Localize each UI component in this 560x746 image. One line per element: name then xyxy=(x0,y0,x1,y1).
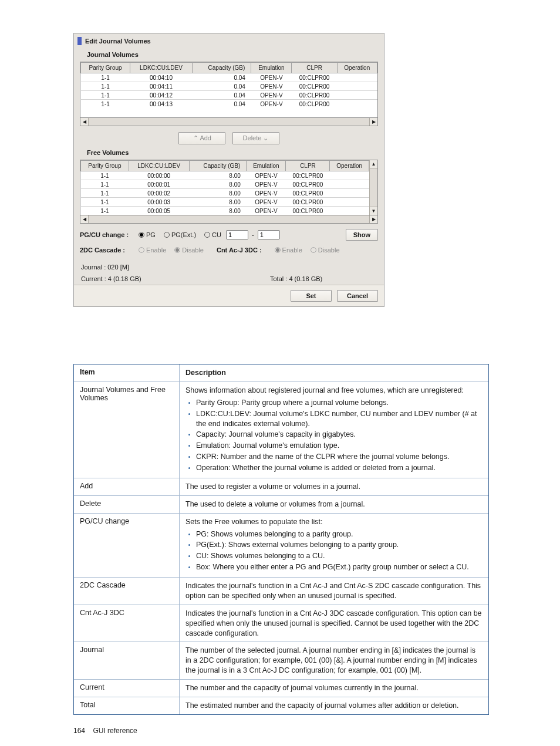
table-cell: OPEN-V xyxy=(247,171,286,180)
col-clpr[interactable]: CLPR xyxy=(286,161,330,171)
table-cell: OPEN-V xyxy=(251,82,292,91)
desc-item: Delete xyxy=(74,496,180,513)
radio-2dc-enable[interactable] xyxy=(139,247,144,253)
table-cell: 1-1 xyxy=(81,189,129,198)
scroll-track[interactable] xyxy=(89,215,369,223)
table-row[interactable]: 1-100:00:058.00OPEN-V00:CLPR00 xyxy=(81,207,369,215)
table-cell: OPEN-V xyxy=(251,91,292,100)
cascade-label: 2DC Cascade : xyxy=(80,247,139,254)
table-cell xyxy=(330,180,369,189)
radio-2dc-disable[interactable] xyxy=(174,247,180,253)
cnt-label: Cnt Ac-J 3DC : xyxy=(217,247,262,254)
scroll-left-icon[interactable]: ◀ xyxy=(80,215,89,223)
table-row[interactable]: 1-100:00:028.00OPEN-V00:CLPR00 xyxy=(81,189,369,198)
show-button[interactable]: Show xyxy=(346,229,378,241)
table-cell: 8.00 xyxy=(189,180,247,189)
table-cell: 8.00 xyxy=(189,189,247,198)
free-vscrollbar[interactable]: ▲ ▼ xyxy=(369,160,377,215)
desc-text: The used to register a volume or volumes… xyxy=(180,478,488,495)
free-volumes-title: Free Volumes xyxy=(74,147,384,160)
table-row[interactable]: 1-100:04:120.04OPEN-V00:CLPR00 xyxy=(81,91,377,100)
col-clpr[interactable]: CLPR xyxy=(292,63,337,73)
window-title: Edit Journal Volumes xyxy=(85,38,151,45)
pg-input-1[interactable] xyxy=(226,230,248,239)
col-capacity[interactable]: Capacity (GB) xyxy=(192,63,251,73)
table-row[interactable]: 1-100:00:018.00OPEN-V00:CLPR00 xyxy=(81,180,369,189)
desc-row: PG/CU changeSets the Free volumes to pop… xyxy=(74,513,488,577)
scroll-track[interactable] xyxy=(89,118,369,126)
disable-label-2: Disable xyxy=(318,247,340,254)
radio-pg[interactable] xyxy=(139,232,144,238)
scroll-vtrack[interactable] xyxy=(370,168,377,207)
table-row[interactable]: 1-100:00:038.00OPEN-V00:CLPR00 xyxy=(81,198,369,207)
chevron-down-icon: ⌄ xyxy=(261,134,268,141)
col-parity-group[interactable]: Parity Group xyxy=(81,161,129,171)
counts-row: Current : 4 (0.18 GB) Total : 4 (0.18 GB… xyxy=(74,273,384,285)
desc-bullet: Box: Where you either enter a PG and PG(… xyxy=(196,562,483,572)
col-operation[interactable]: Operation xyxy=(337,63,377,73)
col-ldkc[interactable]: LDKC:CU:LDEV xyxy=(129,161,189,171)
table-cell: 00:00:00 xyxy=(129,171,189,180)
desc-item: Current xyxy=(74,680,180,697)
table-cell: 8.00 xyxy=(189,207,247,215)
table-row[interactable]: 1-100:04:100.04OPEN-V00:CLPR00 xyxy=(81,73,377,82)
scroll-right-icon[interactable]: ▶ xyxy=(369,118,377,126)
desc-text: Shows information about registered journ… xyxy=(180,382,488,478)
table-cell: OPEN-V xyxy=(247,198,286,207)
add-button[interactable]: ⌃ Add xyxy=(178,132,225,144)
table-cell: 1-1 xyxy=(81,180,129,189)
table-row[interactable]: 1-100:00:008.00OPEN-V00:CLPR00 xyxy=(81,171,369,180)
table-row[interactable]: 1-100:04:130.04OPEN-V00:CLPR00 xyxy=(81,100,377,109)
delete-button[interactable]: Delete ⌄ xyxy=(232,132,279,144)
col-emulation[interactable]: Emulation xyxy=(247,161,286,171)
desc-bullet: Operation: Whether the journal volume is… xyxy=(196,463,483,473)
desc-item: Cnt Ac-J 3DC xyxy=(74,605,180,642)
scroll-up-icon[interactable]: ▲ xyxy=(370,160,377,168)
table-cell xyxy=(330,189,369,198)
free-volumes-grid[interactable]: Parity Group LDKC:CU:LDEV Capacity (GB) … xyxy=(80,160,378,215)
desc-header-row: Item Description xyxy=(74,364,488,382)
table-cell: 1-1 xyxy=(81,82,130,91)
table-cell xyxy=(337,82,377,91)
scroll-left-icon[interactable]: ◀ xyxy=(80,118,89,126)
radio-pgext[interactable] xyxy=(164,232,170,238)
set-button[interactable]: Set xyxy=(291,290,332,302)
desc-row: AddThe used to register a volume or volu… xyxy=(74,478,488,495)
add-delete-row: ⌃ Add Delete ⌄ xyxy=(74,126,384,147)
col-ldkc[interactable]: LDKC:CU:LDEV xyxy=(130,63,193,73)
table-cell: 00:CLPR00 xyxy=(286,180,330,189)
free-hscrollbar[interactable]: ◀ ▶ xyxy=(80,215,378,224)
desc-row: Cnt Ac-J 3DCIndicates the journal's func… xyxy=(74,605,488,642)
col-operation[interactable]: Operation xyxy=(330,161,369,171)
col-emulation[interactable]: Emulation xyxy=(251,63,292,73)
table-cell: 0.04 xyxy=(192,82,251,91)
col-capacity[interactable]: Capacity (GB) xyxy=(189,161,247,171)
desc-item: Total xyxy=(74,697,180,714)
table-cell xyxy=(337,73,377,82)
table-cell: OPEN-V xyxy=(251,73,292,82)
desc-text: Indicates the journal's function in a Cn… xyxy=(180,605,488,642)
journal-info: Journal : 020 [M] xyxy=(74,261,384,273)
table-cell: 1-1 xyxy=(81,73,130,82)
desc-row: JournalThe number of the selected journa… xyxy=(74,642,488,679)
table-row[interactable]: 1-100:04:110.04OPEN-V00:CLPR00 xyxy=(81,82,377,91)
pg-input-2[interactable] xyxy=(258,230,280,239)
table-cell: 00:04:12 xyxy=(130,91,193,100)
desc-item: Journal xyxy=(74,642,180,679)
scroll-down-icon[interactable]: ▼ xyxy=(370,207,377,215)
footer-section: GUI reference xyxy=(93,727,137,735)
radio-cu[interactable] xyxy=(204,232,210,238)
col-parity-group[interactable]: Parity Group xyxy=(81,63,130,73)
table-cell: 0.04 xyxy=(192,73,251,82)
table-cell: OPEN-V xyxy=(247,207,286,215)
table-cell xyxy=(337,100,377,109)
scroll-right-icon[interactable]: ▶ xyxy=(369,215,377,223)
desc-text: The estimated number and the capacity of… xyxy=(180,697,488,714)
journal-volumes-grid[interactable]: Parity Group LDKC:CU:LDEV Capacity (GB) … xyxy=(80,62,378,118)
desc-item: Add xyxy=(74,478,180,495)
radio-3dc-disable[interactable] xyxy=(311,247,316,253)
journal-hscrollbar[interactable]: ◀ ▶ xyxy=(80,118,378,126)
radio-3dc-enable[interactable] xyxy=(275,247,281,253)
table-cell: 00:00:05 xyxy=(129,207,189,215)
cancel-button[interactable]: Cancel xyxy=(337,290,378,302)
